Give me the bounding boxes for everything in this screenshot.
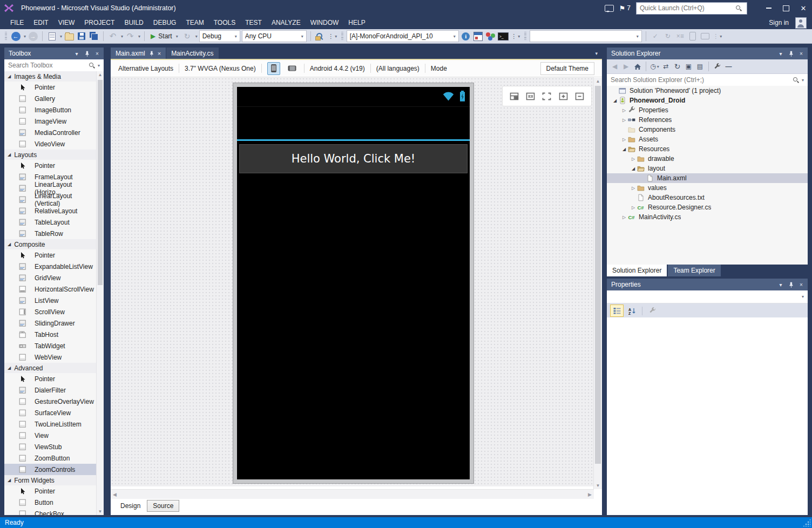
start-debug-button[interactable]: ▶ Start ▾ <box>148 32 180 40</box>
maximize-button[interactable] <box>777 1 795 15</box>
tree-item-aboutresources-txt[interactable]: AboutResources.txt <box>607 193 808 202</box>
mode-select[interactable]: Mode <box>431 65 447 72</box>
tree-item-properties[interactable]: ▷Properties <box>607 105 808 115</box>
document-tab-main-axml[interactable]: Main.axml× <box>111 48 166 59</box>
toolbox-item-button[interactable]: Button <box>4 497 97 508</box>
collapsed-arrow-icon[interactable]: ▷ <box>630 157 637 161</box>
menu-tools[interactable]: TOOLS <box>209 17 240 29</box>
menu-file[interactable]: FILE <box>5 17 29 29</box>
platform-select[interactable]: Any CPU▾ <box>242 30 307 42</box>
close-icon[interactable]: × <box>92 49 102 58</box>
device-info-button[interactable]: i <box>461 30 471 42</box>
tree-item-phoneword-droid[interactable]: ◢Phoneword_Droid <box>607 96 808 105</box>
toolbox-item-linearlayout-vertical[interactable]: LinearLayout (Vertical) <box>4 194 97 205</box>
toolbar-options-overflow[interactable]: ⋮▾ <box>510 30 521 42</box>
panel-tab-team-explorer[interactable]: Team Explorer <box>668 265 720 276</box>
language-select[interactable]: (All languages) <box>376 65 419 72</box>
properties-wrench-icon[interactable] <box>712 61 722 72</box>
show-all-files-icon[interactable]: ▤ <box>695 61 705 72</box>
home-icon[interactable] <box>632 61 642 72</box>
collapsed-arrow-icon[interactable]: ▷ <box>620 215 628 220</box>
scrollbar-thumb[interactable] <box>98 80 103 285</box>
navigate-forward-button[interactable]: → <box>28 30 38 42</box>
tree-item-values[interactable]: ▷values <box>607 183 808 193</box>
actual-size-button[interactable] <box>542 92 551 100</box>
tree-item-drawable[interactable]: ▷drawable <box>607 154 808 164</box>
toolbar-options-overflow[interactable]: ⋮▾ <box>327 30 338 42</box>
collapsed-arrow-icon[interactable]: ▷ <box>620 118 628 123</box>
user-avatar[interactable] <box>795 17 807 29</box>
minimize-button[interactable] <box>760 1 777 15</box>
save-button[interactable] <box>76 30 87 42</box>
toolbox-item-gestureoverlayview[interactable]: GestureOverlayView <box>4 396 97 407</box>
menu-team[interactable]: TEAM <box>181 17 208 29</box>
categorized-view-button[interactable] <box>610 304 624 317</box>
restart-button[interactable]: ↻ <box>182 30 193 42</box>
adb-console-button[interactable]: >_ <box>498 30 509 42</box>
android-version-select[interactable]: Android 4.4.2 (v19) <box>310 65 365 72</box>
sync-with-active-document-icon[interactable]: ⇄ <box>661 61 671 72</box>
solution-explorer-search-input[interactable]: Search Solution Explorer (Ctrl+;) ▾ <box>607 74 808 86</box>
scroll-up-arrow[interactable]: ▲ <box>594 78 602 85</box>
find-in-files-button[interactable] <box>315 30 326 42</box>
zoom-in-button[interactable] <box>559 92 568 100</box>
empty-combo[interactable]: ▾ <box>530 30 642 42</box>
toolbox-scrollbar[interactable]: ▲ ▼ <box>96 71 104 515</box>
pin-icon[interactable] <box>786 280 796 289</box>
toolbox-category-form-widgets[interactable]: ◢Form Widgets <box>4 475 97 485</box>
toolbox-item-tablerow[interactable]: TableRow <box>4 228 97 239</box>
expanded-arrow-icon[interactable]: ◢ <box>611 98 619 103</box>
toolbox-item-pointer[interactable]: Pointer <box>4 373 97 384</box>
landscape-orientation-button[interactable] <box>286 62 299 75</box>
pending-changes-filter-icon[interactable]: ◷▾ <box>649 61 660 72</box>
portrait-orientation-button[interactable] <box>267 62 280 75</box>
redo-button[interactable]: ↷ <box>125 30 136 42</box>
tree-item-layout[interactable]: ◢layout <box>607 164 808 173</box>
scrollbar-thumb[interactable] <box>595 86 601 464</box>
toolbox-item-zoombutton[interactable]: ZoomButton <box>4 452 97 464</box>
sign-in-link[interactable]: Sign in <box>769 19 789 26</box>
refresh-icon[interactable]: ↻ <box>672 61 682 72</box>
toolbox-item-videoview[interactable]: VideoView <box>4 138 97 150</box>
toolbox-item-imagebutton[interactable]: ImageButton <box>4 104 97 116</box>
toolbox-category-images-media[interactable]: ◢Images & Media <box>4 71 97 82</box>
notifications-flag[interactable]: ⚑ 7 <box>619 4 631 12</box>
open-file-button[interactable] <box>64 30 75 42</box>
toolbar-grip[interactable] <box>341 32 343 40</box>
scroll-down-arrow[interactable]: ▼ <box>594 482 602 489</box>
search-options-caret[interactable]: ▾ <box>802 78 804 83</box>
alphabetical-sort-button[interactable]: AZ <box>626 305 638 316</box>
toolbox-item-webview[interactable]: WebView <box>4 351 97 363</box>
layout-decorations-button[interactable] <box>510 92 519 100</box>
toolbox-item-pointer[interactable]: Pointer <box>4 160 97 171</box>
tree-item-solution-phoneword-1-project[interactable]: Solution 'Phoneword' (1 project) <box>607 86 808 96</box>
device-manager-button[interactable] <box>485 30 496 42</box>
undo-caret[interactable]: ▾ <box>121 34 123 39</box>
preview-selected-items-icon[interactable]: — <box>723 61 734 72</box>
collapsed-arrow-icon[interactable]: ▷ <box>630 186 637 191</box>
collapsed-arrow-icon[interactable]: ▷ <box>620 137 628 142</box>
toolbox-item-tabwidget[interactable]: TabWidget <box>4 340 97 351</box>
menu-debug[interactable]: DEBUG <box>148 17 181 29</box>
toolbox-item-twolinelistitem[interactable]: TwoLineListItem <box>4 418 97 430</box>
target-device-select[interactable]: [A]-MonoForAndroid_API_10▾ <box>347 30 459 42</box>
collapsed-arrow-icon[interactable]: ▷ <box>630 205 637 210</box>
window-position-icon[interactable]: ▾ <box>776 280 786 289</box>
resize-grip[interactable] <box>803 519 810 526</box>
expanded-arrow-icon[interactable]: ◢ <box>630 166 637 171</box>
toolbox-search-input[interactable]: Search Toolbox ▾ <box>4 59 104 72</box>
scroll-down-arrow[interactable]: ▼ <box>97 508 104 515</box>
search-options-caret[interactable]: ▾ <box>98 63 100 68</box>
new-project-caret[interactable]: ▾ <box>60 34 62 39</box>
pin-icon[interactable] <box>82 49 92 58</box>
toolbox-item-pointer[interactable]: Pointer <box>4 82 97 93</box>
toolbox-item-scrollview[interactable]: ScrollView <box>4 306 97 317</box>
quick-launch-input[interactable]: Quick Launch (Ctrl+Q) <box>636 2 747 15</box>
tree-item-assets[interactable]: ▷Assets <box>607 134 808 144</box>
menu-project[interactable]: PROJECT <box>79 17 119 29</box>
feedback-icon[interactable] <box>605 5 614 12</box>
toolbar-options-overflow[interactable]: ⋮▾ <box>712 30 723 42</box>
toolbox-item-viewstub[interactable]: ViewStub <box>4 441 97 452</box>
toolbox-category-composite[interactable]: ◢Composite <box>4 239 97 249</box>
restart-caret[interactable]: ▾ <box>195 34 198 39</box>
